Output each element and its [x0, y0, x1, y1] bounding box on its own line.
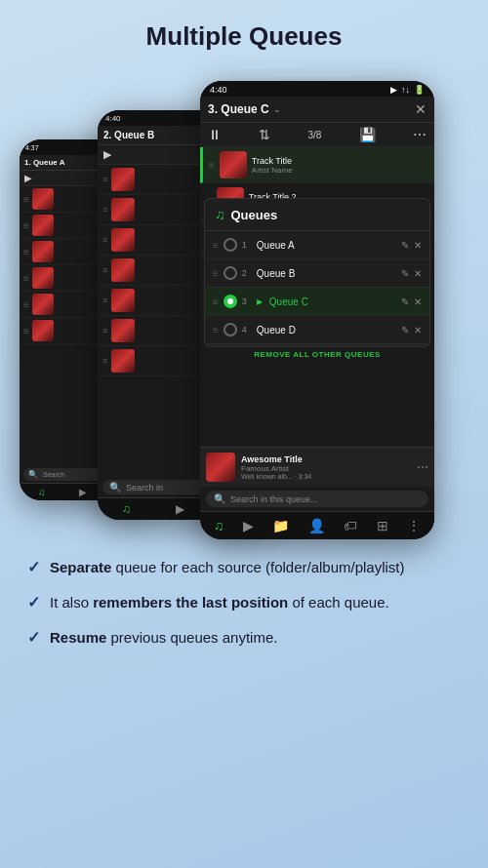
feature-item-3: ✓ Resume previous queues anytime.	[27, 627, 461, 649]
queue-delete-a[interactable]: ✕	[414, 240, 422, 251]
feature-text-1: Separate queue for each source (folder/a…	[50, 557, 405, 578]
now-playing-title: Awesome Title	[241, 454, 411, 464]
dropdown-header: ♫ Queues	[205, 199, 429, 231]
track-thumbnail	[32, 241, 54, 262]
track-thumbnail	[32, 294, 54, 315]
now-playing-info: Awesome Title Famous Artist Well known a…	[241, 454, 411, 480]
queue-item-b[interactable]: ≡ 2 Queue B ✎ ✕	[205, 259, 429, 288]
page-title: Multiple Queues	[0, 0, 488, 61]
now-playing-thumb	[206, 453, 235, 482]
queue-play-c: ▶	[257, 297, 263, 306]
queue-radio-c	[224, 295, 237, 308]
track-name: Track Title	[252, 156, 428, 166]
person-nav-icon-3[interactable]: 👤	[308, 518, 325, 533]
track-thumbnail	[32, 320, 54, 341]
drag-handle: ≡	[23, 326, 29, 336]
folder-nav-icon-3[interactable]: 📁	[272, 518, 289, 533]
play-nav-icon-2[interactable]: ▶	[176, 502, 184, 516]
play-indicator-3: ▶	[390, 85, 397, 95]
queue-radio-b	[224, 266, 237, 280]
now-playing-time: Well known alb... · 3:34	[241, 473, 411, 480]
search-icon-2: 🔍	[109, 482, 121, 493]
queue-drag-d: ≡	[213, 325, 219, 335]
queue-number-b: 2	[242, 268, 252, 278]
queue-delete-b[interactable]: ✕	[414, 268, 422, 279]
chevron-down-icon: ⌄	[273, 104, 281, 114]
queue-radio-a	[224, 238, 237, 252]
feature-text-3: Resume previous queues anytime.	[50, 627, 277, 649]
queue-name-b: Queue B	[257, 268, 396, 279]
track-thumbnail	[111, 168, 135, 191]
now-playing-bar: Awesome Title Famous Artist Well known a…	[200, 447, 434, 487]
queue-nav-icon-3[interactable]: ♫	[214, 518, 224, 533]
track-thumbnail	[111, 289, 135, 312]
remove-all-button[interactable]: REMOVE ALL OTHER QUEUES	[205, 344, 429, 364]
queue-delete-c[interactable]: ✕	[414, 296, 422, 307]
close-button-3[interactable]: ✕	[415, 101, 427, 117]
queue-name-c: Queue C	[269, 296, 396, 307]
search-icon-1: 🔍	[28, 470, 38, 479]
battery-icon: 🔋	[414, 85, 425, 95]
queue-edit-a[interactable]: ✎	[401, 240, 409, 251]
queues-dropdown-icon: ♫	[215, 207, 225, 222]
track-thumbnail	[32, 188, 54, 210]
save-button[interactable]: 💾	[359, 127, 376, 142]
drag-handle: ≡	[102, 356, 107, 366]
queue-title-1: 1. Queue A	[24, 158, 65, 167]
more-button[interactable]: ⋯	[413, 127, 427, 142]
track-artist: Artist Name	[252, 166, 428, 175]
more-vert-button[interactable]: ⋯	[417, 460, 428, 474]
grid-nav-icon-3[interactable]: ⊞	[377, 518, 388, 533]
pause-button[interactable]: ⏸	[208, 127, 222, 142]
queue-number-a: 1	[242, 240, 252, 250]
time-3: 4:40	[210, 85, 227, 95]
feature-item-1: ✓ Separate queue for each source (folder…	[27, 557, 461, 578]
tag-nav-icon-3[interactable]: 🏷	[344, 518, 357, 533]
track-thumbnail	[111, 198, 135, 221]
queues-dropdown: ♫ Queues ≡ 1 Queue A ✎ ✕ ≡	[204, 198, 430, 347]
queue-name-d: Queue D	[257, 325, 396, 335]
search-placeholder-1: Search	[43, 471, 64, 478]
play-btn-2[interactable]: ▶	[103, 148, 111, 161]
sort-button[interactable]: ⇅	[259, 127, 270, 142]
check-icon-1: ✓	[27, 558, 40, 576]
play-nav-icon-3[interactable]: ▶	[243, 518, 254, 533]
app-header-3: 3. Queue C ⌄ ✕	[200, 97, 434, 123]
queue-number-d: 4	[242, 325, 252, 335]
drag-handle: ≡	[23, 194, 29, 205]
drag-handle: ≡	[23, 273, 29, 284]
signal-icon: ↑↓	[401, 85, 410, 95]
track-thumbnail	[32, 267, 54, 289]
queue-nav-icon-2[interactable]: ♫	[122, 502, 131, 516]
queue-nav-icon[interactable]: ♫	[38, 487, 46, 497]
now-playing-artist: Famous Artist	[241, 464, 411, 473]
features-section: ✓ Separate queue for each source (folder…	[0, 539, 488, 681]
track-list-3: ≡ Track Title Artist Name ≡ Track Title …	[200, 147, 434, 447]
time-2: 4:40	[105, 114, 121, 123]
dots-nav-icon-3[interactable]: ⋮	[407, 518, 421, 533]
controls-bar-3: ⏸ ⇅ 3/8 💾 ⋯	[200, 123, 434, 147]
track-count-badge: 3/8	[308, 130, 322, 140]
queue-edit-b[interactable]: ✎	[401, 268, 409, 279]
queue-item-d[interactable]: ≡ 4 Queue D ✎ ✕	[205, 316, 429, 344]
queue-edit-d[interactable]: ✎	[401, 325, 409, 335]
drag-handle: ≡	[23, 220, 29, 231]
drag-handle: ≡	[209, 160, 215, 171]
queue-drag-a: ≡	[213, 240, 219, 251]
play-nav-icon[interactable]: ▶	[79, 487, 87, 497]
queue-edit-c[interactable]: ✎	[401, 296, 409, 307]
queue-title-2: 2. Queue B	[103, 130, 154, 140]
play-btn-1[interactable]: ▶	[24, 173, 32, 183]
queue-item-c[interactable]: ≡ 3 ▶ Queue C ✎ ✕	[205, 288, 429, 316]
queues-dropdown-label: Queues	[231, 208, 278, 222]
search-placeholder-3: Search in this queue...	[230, 494, 318, 504]
queue-delete-d[interactable]: ✕	[414, 325, 422, 335]
drag-handle: ≡	[102, 326, 107, 335]
queue-item-a[interactable]: ≡ 1 Queue A ✎ ✕	[205, 231, 429, 259]
time-1: 4:37	[25, 144, 39, 151]
track-thumbnail	[111, 349, 135, 373]
drag-handle: ≡	[23, 299, 29, 310]
drag-handle: ≡	[102, 205, 107, 215]
search-bar-3[interactable]: 🔍 Search in this queue...	[206, 491, 428, 507]
search-placeholder-2: Search in	[126, 483, 163, 493]
